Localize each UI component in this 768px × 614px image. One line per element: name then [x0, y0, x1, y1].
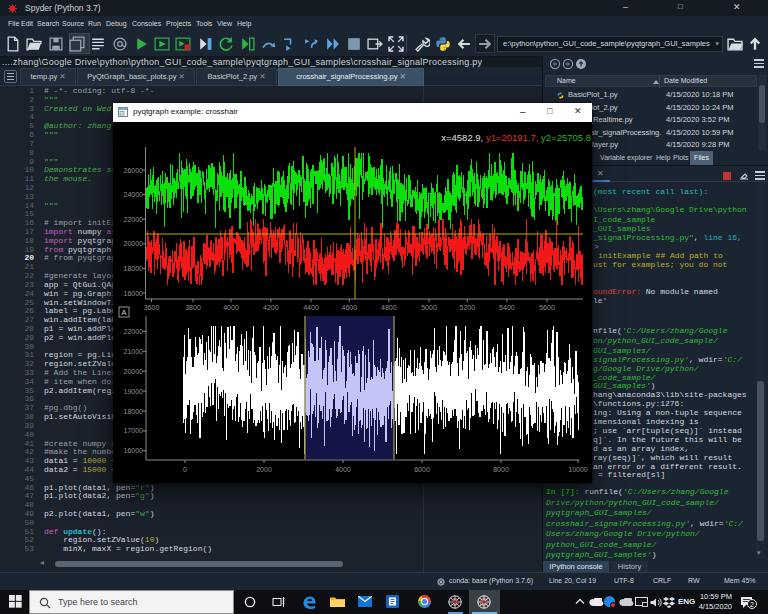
svg-text:20000: 20000 — [124, 368, 144, 375]
svg-text:16000: 16000 — [124, 447, 144, 454]
svg-text:17000: 17000 — [124, 427, 144, 434]
svg-text:5200: 5200 — [460, 304, 476, 311]
svg-text:16000: 16000 — [124, 290, 144, 297]
svg-text:4400: 4400 — [303, 304, 319, 311]
svg-text:10000: 10000 — [568, 466, 588, 473]
svg-text:26000: 26000 — [124, 167, 144, 174]
svg-text:3600: 3600 — [144, 304, 160, 311]
svg-text:4800: 4800 — [381, 304, 397, 311]
svg-text:4600: 4600 — [342, 304, 358, 311]
svg-text:2000: 2000 — [256, 466, 272, 473]
svg-text:21000: 21000 — [124, 348, 144, 355]
svg-text:22000: 22000 — [124, 216, 144, 223]
svg-text:3800: 3800 — [185, 304, 201, 311]
svg-text:5600: 5600 — [539, 304, 555, 311]
svg-text:24000: 24000 — [124, 191, 144, 198]
svg-text:4000: 4000 — [223, 304, 239, 311]
svg-text:4200: 4200 — [263, 304, 279, 311]
svg-text:22000: 22000 — [124, 328, 144, 335]
svg-text:5000: 5000 — [421, 304, 437, 311]
svg-text:8000: 8000 — [493, 466, 509, 473]
svg-text:A: A — [121, 308, 126, 317]
svg-text:19000: 19000 — [124, 388, 144, 395]
svg-text:18000: 18000 — [124, 408, 144, 415]
svg-text:18000: 18000 — [124, 265, 144, 272]
svg-text:0: 0 — [183, 466, 187, 473]
svg-text:20000: 20000 — [124, 240, 144, 247]
svg-text:6000: 6000 — [414, 466, 430, 473]
svg-text:5400: 5400 — [499, 304, 515, 311]
svg-text:4000: 4000 — [335, 466, 351, 473]
